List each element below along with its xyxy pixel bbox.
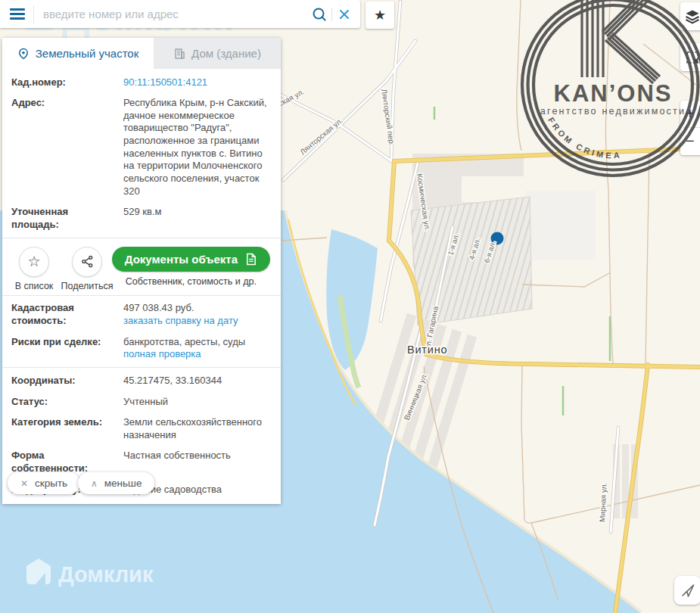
measure-area-button[interactable] [680, 43, 700, 71]
building-icon [173, 48, 185, 60]
docs-caption: Собственник, стоимость и др. [126, 276, 257, 287]
object-documents-button[interactable]: Документы объекта [112, 247, 270, 272]
add-to-list-button[interactable]: ☆ В список [11, 247, 57, 291]
field-label: Форма собственности: [11, 450, 123, 475]
object-docs: Документы объекта Собственник, стоимость… [112, 247, 270, 287]
field-label: Категория земель: [11, 416, 123, 441]
divider [2, 367, 281, 368]
cad-number-link[interactable]: 90:11:150501:4121 [123, 76, 207, 89]
action-label: В список [15, 281, 54, 291]
separator [331, 8, 332, 21]
full-check-link[interactable]: полная проверка [123, 348, 201, 361]
search-input[interactable] [34, 8, 310, 20]
panel-body: Кад.номер: 90:11:150501:4121 Адрес: Респ… [2, 69, 281, 500]
field-label: Координаты: [11, 375, 123, 387]
location-pin-icon [17, 48, 30, 60]
button-label: Документы объекта [125, 253, 238, 266]
order-certificate-link[interactable]: заказать справку на дату [123, 315, 238, 328]
layers-button[interactable] [680, 2, 700, 30]
field-value: Земли сельскохозяйственного назначения [123, 416, 270, 441]
field-label: Кад.номер: [11, 76, 123, 89]
tab-label: Земельный участок [36, 47, 139, 60]
field-value: 497 038.43 руб. [123, 302, 194, 313]
object-tabs: Земельный участок Дом (здание) [2, 38, 281, 69]
button-label: скрыть [35, 478, 67, 489]
field-coordinates: Координаты: 45.217475, 33.160344 [2, 370, 281, 391]
field-label: Риски при сделке: [11, 336, 123, 361]
close-icon: ✕ [20, 479, 28, 488]
measure-area-icon [685, 50, 700, 65]
locate-me-button[interactable] [674, 576, 700, 605]
button-label: меньше [104, 478, 142, 489]
favorites-button[interactable]: ★ [366, 2, 394, 29]
field-deal-risks: Риски при сделке: банкротства, аресты, с… [2, 331, 281, 365]
field-label: Статус: [11, 396, 123, 409]
share-icon [72, 247, 102, 277]
zoom-in-button[interactable]: + [680, 101, 700, 127]
collapse-panel-button[interactable]: ∧ меньше [78, 472, 154, 494]
field-value: Республика Крым, р-н Сакский, дачное нек… [123, 97, 270, 198]
svg-text:Домклик: Домклик [58, 562, 154, 587]
field-value: 45.217475, 33.160344 [123, 375, 270, 387]
tab-building[interactable]: Дом (здание) [154, 38, 281, 69]
field-area: Уточненная площадь: 529 кв.м [2, 202, 281, 235]
navigation-arrow-icon [680, 582, 696, 599]
field-cad-number: Кад.номер: 90:11:150501:4121 [2, 72, 281, 93]
menu-icon[interactable] [10, 6, 25, 22]
chevron-up-icon: ∧ [91, 479, 98, 488]
town-label: Витино [407, 344, 447, 356]
field-label: Адрес: [11, 97, 123, 198]
parcel-info-panel: Земельный участок Дом (здание) Кад.номер… [2, 38, 281, 504]
search-bar [0, 0, 360, 28]
field-value: Учтенный [123, 396, 270, 409]
field-land-category: Категория земель: Земли сельскохозяйстве… [2, 412, 281, 446]
field-value: Частная собственность [123, 450, 270, 475]
star-outline-icon: ☆ [19, 247, 49, 277]
field-address: Адрес: Республика Крым, р-н Сакский, дач… [2, 93, 281, 202]
clear-search-icon[interactable] [334, 5, 354, 24]
field-status: Статус: Учтенный [2, 391, 281, 412]
search-icon[interactable] [310, 5, 329, 24]
divider [2, 295, 281, 296]
field-label: Уточненная площадь: [11, 206, 123, 231]
divider [2, 238, 281, 238]
app: Домклик [0, 0, 700, 613]
document-icon [244, 253, 257, 266]
tab-land-parcel[interactable]: Земельный участок [2, 38, 154, 69]
zoom-out-button[interactable]: − [680, 128, 700, 154]
field-label: Кадастровая стоимость: [11, 302, 123, 327]
zoom-control: + − [680, 101, 700, 155]
actions-row: ☆ В список Поделиться [2, 241, 281, 293]
share-button[interactable]: Поделиться [64, 247, 110, 291]
tab-label: Дом (здание) [191, 47, 261, 60]
field-value: 529 кв.м [123, 206, 270, 231]
hide-panel-button[interactable]: ✕ скрыть [8, 472, 80, 494]
layers-icon [685, 9, 700, 24]
field-value: банкротства, аресты, суды [123, 336, 245, 347]
action-label: Поделиться [61, 281, 113, 291]
field-cadastral-cost: Кадастровая стоимость: 497 038.43 руб. з… [2, 298, 281, 331]
star-icon: ★ [374, 7, 386, 23]
